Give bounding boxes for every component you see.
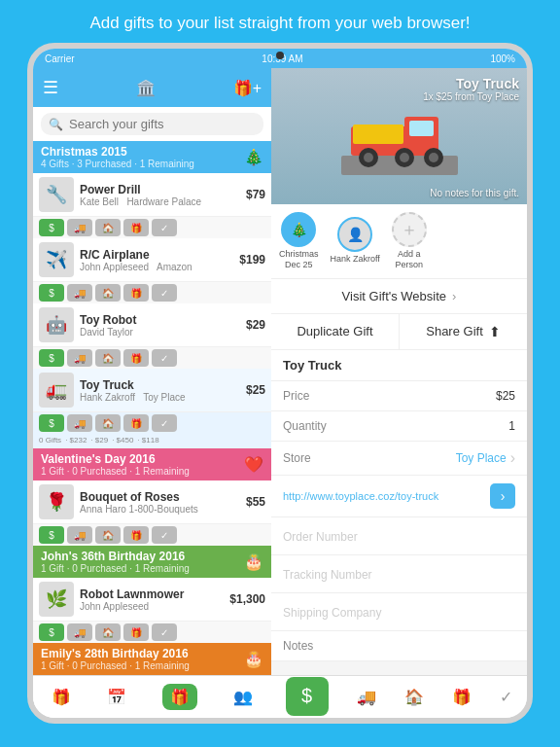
gift-btn-lawnmower[interactable]: 🎁 xyxy=(123,623,149,641)
detail-scroll[interactable]: Toy Truck Price $25 Quantity 1 Store Toy… xyxy=(271,350,527,675)
gift-item-robot[interactable]: 🤖 Toy Robot David Taylor $29 xyxy=(33,303,271,347)
detail-label-notes: Notes xyxy=(283,639,313,653)
nav-gifts[interactable]: 🎁 xyxy=(52,688,71,706)
gift-item-power-drill[interactable]: 🔧 Power Drill Kate Bell Hardware Palace … xyxy=(33,173,271,217)
gift-item-lawnmower[interactable]: 🌿 Robot Lawnmower John Appleseed $1,300 xyxy=(33,578,271,622)
duplicate-gift-btn[interactable]: Duplicate Gift xyxy=(271,314,400,349)
dollar-btn-roses[interactable]: $ xyxy=(39,526,64,544)
top-banner: Add gifts to your list straight from you… xyxy=(0,0,560,43)
list-icon[interactable]: 🏛️ xyxy=(70,79,222,97)
url-go-btn[interactable]: › xyxy=(490,483,515,509)
gift-item-truck[interactable]: 🚛 Toy Truck Hank Zakroff Toy Place $25 xyxy=(33,369,271,412)
person-christmas[interactable]: 🎄 ChristmasDec 25 xyxy=(279,212,319,270)
check-btn-drill[interactable]: ✓ xyxy=(152,219,177,236)
truck-btn-robot[interactable]: 🚚 xyxy=(67,349,92,367)
gift-btn-roses[interactable]: 🎁 xyxy=(123,526,149,544)
nav-add-gift[interactable]: 🎁 xyxy=(162,684,197,710)
nav-calendar[interactable]: 📅 xyxy=(107,688,126,706)
gift-actions-roses: $ 🚚 🏠 🎁 ✓ xyxy=(33,524,271,546)
search-input[interactable] xyxy=(69,117,256,131)
search-bar: 🔍 xyxy=(41,113,263,135)
detail-value-quantity: 1 xyxy=(508,419,515,433)
store-chevron-icon: › xyxy=(510,449,515,467)
gift-from-drill: Kate Bell Hardware Palace xyxy=(80,196,240,207)
check-btn-robot[interactable]: ✓ xyxy=(152,349,177,367)
home-btn-robot[interactable]: 🏠 xyxy=(95,349,121,367)
gift-btn-robot[interactable]: 🎁 xyxy=(123,349,149,367)
list-header-emily[interactable]: Emily's 28th Birthday 2016 1 Gift · 0 Pu… xyxy=(33,643,271,675)
nav-people[interactable]: 👥 xyxy=(233,688,253,706)
list-header-valentine[interactable]: Valentine's Day 2016 1 Gift · 0 Purchase… xyxy=(33,448,271,480)
dollar-tab: $ xyxy=(286,677,329,716)
check-btn-airplane[interactable]: ✓ xyxy=(152,284,177,302)
bnr-check[interactable]: ✓ xyxy=(500,688,512,706)
detail-placeholder-order: Order Number xyxy=(283,530,358,544)
visit-website-btn[interactable]: Visit Gift's Website › xyxy=(271,279,527,313)
gift-btn-truck[interactable]: 🎁 xyxy=(123,414,149,432)
hero-title: Toy Truck xyxy=(423,76,519,91)
gift-item-airplane[interactable]: ✈️ R/C Airplane John Appleseed Amazon $1… xyxy=(33,238,271,282)
gift-btn-drill[interactable]: 🎁 xyxy=(123,219,149,236)
action-row-2: Duplicate Gift Share Gift ⬆ xyxy=(271,314,527,350)
gift-from-airplane: John Appleseed Amazon xyxy=(80,262,233,272)
bnr-dollar[interactable]: $ xyxy=(286,677,329,718)
truck-btn-drill[interactable]: 🚚 xyxy=(67,219,92,236)
bnr-home[interactable]: 🏠 xyxy=(404,688,424,706)
hero-sub: 1x $25 from Toy Place xyxy=(423,91,519,102)
list-meta-emily: 1 Gift · 0 Purchased · 1 Remaining xyxy=(41,660,190,671)
detail-row-shipping: Shipping Company xyxy=(271,593,527,631)
device-frame: Carrier 10:39 AM 100% ☰ 🏛️ 🎁+ 🔍 xyxy=(27,43,533,724)
detail-placeholder-shipping: Shipping Company xyxy=(283,606,381,620)
check-btn-truck[interactable]: ✓ xyxy=(152,414,177,432)
gift-list-scroll[interactable]: Christmas 2015 4 Gifts · 3 Purchased · 1… xyxy=(33,141,271,675)
gift-name-roses: Bouquet of Roses xyxy=(80,490,240,504)
detail-row-url[interactable]: http://www.toyplace.coz/toy-truck › xyxy=(271,476,527,517)
christmas-icon: 🎄 xyxy=(244,148,263,166)
gift-from-truck: Hank Zakroff Toy Place xyxy=(80,392,240,403)
list-header-christmas[interactable]: Christmas 2015 4 Gifts · 3 Purchased · 1… xyxy=(33,141,271,173)
share-icon: ⬆ xyxy=(489,324,501,339)
detail-row-name: Toy Truck xyxy=(271,350,527,381)
home-btn-drill[interactable]: 🏠 xyxy=(95,219,121,236)
dollar-btn-robot[interactable]: $ xyxy=(39,349,64,367)
battery-label: 100% xyxy=(490,53,515,64)
check-btn-roses[interactable]: ✓ xyxy=(152,526,177,544)
bnr-gift[interactable]: 🎁 xyxy=(452,688,472,706)
list-header-john[interactable]: John's 36th Birthday 2016 1 Gift · 0 Pur… xyxy=(33,546,271,578)
birthday-icon-emily: 🎂 xyxy=(244,650,263,668)
add-list-icon[interactable]: 🎁+ xyxy=(233,79,262,97)
add-person-btn[interactable]: ＋ Add aPerson xyxy=(392,212,427,270)
hamburger-icon[interactable]: ☰ xyxy=(43,77,58,98)
truck-btn-truck[interactable]: 🚚 xyxy=(67,414,92,432)
gift-name-truck: Toy Truck xyxy=(80,378,240,392)
check-btn-lawnmower[interactable]: ✓ xyxy=(152,623,177,641)
dollar-btn-truck[interactable]: $ xyxy=(39,414,64,432)
share-gift-btn[interactable]: Share Gift ⬆ xyxy=(400,314,527,349)
dollar-btn-airplane[interactable]: $ xyxy=(39,284,64,302)
gift-from-roses: Anna Haro 1-800-Bouquets xyxy=(80,504,240,515)
detail-row-order: Order Number xyxy=(271,517,527,555)
gift-item-roses[interactable]: 🌹 Bouquet of Roses Anna Haro 1-800-Bouqu… xyxy=(33,480,271,524)
gift-price-robot: $29 xyxy=(246,318,265,332)
gift-actions-drill: $ 🚚 🏠 🎁 ✓ xyxy=(33,217,271,238)
home-btn-lawnmower[interactable]: 🏠 xyxy=(95,623,121,641)
truck-btn-lawnmower[interactable]: 🚚 xyxy=(67,623,92,641)
gift-btn-airplane[interactable]: 🎁 xyxy=(123,284,149,302)
truck-btn-roses[interactable]: 🚚 xyxy=(67,526,92,544)
dollar-btn-drill[interactable]: $ xyxy=(39,219,64,236)
add-gift-nav-icon: 🎁 xyxy=(170,688,190,706)
left-top-bar: ☰ 🏛️ 🎁+ xyxy=(33,68,271,107)
hero-note: No notes for this gift. xyxy=(430,188,519,198)
person-hank[interactable]: 👤 Hank Zakroff xyxy=(331,217,380,265)
gift-from-lawnmower: John Appleseed xyxy=(80,601,224,612)
status-bar: Carrier 10:39 AM 100% xyxy=(33,49,527,68)
truck-btn-airplane[interactable]: 🚚 xyxy=(67,284,92,302)
list-meta-valentine: 1 Gift · 0 Purchased · 1 Remaining xyxy=(41,466,190,477)
bnr-truck[interactable]: 🚚 xyxy=(357,688,376,706)
home-btn-truck[interactable]: 🏠 xyxy=(95,414,121,432)
gift-actions-truck: $ 🚚 🏠 🎁 ✓ xyxy=(33,412,271,434)
home-btn-roses[interactable]: 🏠 xyxy=(95,526,121,544)
home-btn-airplane[interactable]: 🏠 xyxy=(95,284,121,302)
list-title-valentine: Valentine's Day 2016 xyxy=(41,452,190,466)
dollar-btn-lawnmower[interactable]: $ xyxy=(39,623,64,641)
